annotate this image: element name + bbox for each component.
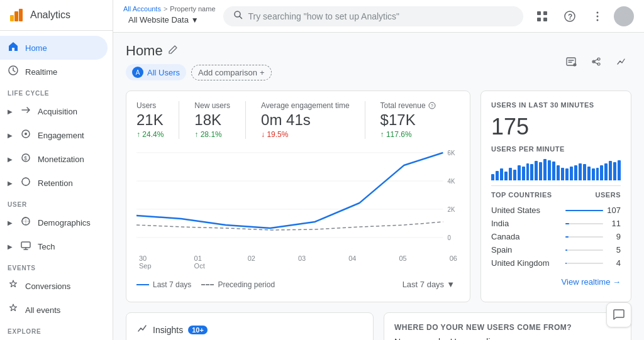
view-realtime-button[interactable]: View realtime → bbox=[491, 277, 621, 287]
chevron-down-icon: ▼ bbox=[191, 16, 199, 25]
expand-icon: ▶ bbox=[8, 219, 13, 226]
svg-point-6 bbox=[25, 133, 27, 135]
realtime-title: USERS IN LAST 30 MINUTES bbox=[491, 101, 621, 109]
account-selector[interactable]: All Website Data ▼ bbox=[123, 13, 216, 27]
svg-text:0: 0 bbox=[448, 234, 452, 241]
chip-avatar: A bbox=[132, 67, 143, 78]
sidebar-item-tech[interactable]: ▶ Tech bbox=[0, 234, 108, 258]
rt-country-row: United Kingdom 4 bbox=[491, 256, 621, 270]
sidebar-item-engagement[interactable]: ▶ Engagement bbox=[0, 123, 108, 147]
rt-bar bbox=[504, 172, 508, 180]
rt-country-bar bbox=[565, 263, 567, 264]
breadcrumb-property: Property name bbox=[170, 5, 215, 13]
sidebar-item-home-label: Home bbox=[25, 43, 47, 53]
rt-bar bbox=[530, 164, 533, 180]
x-label-5: 05 bbox=[399, 255, 406, 270]
rt-bar bbox=[543, 159, 547, 180]
share-button[interactable] bbox=[586, 52, 606, 72]
apps-button[interactable] bbox=[531, 5, 553, 28]
rt-bar bbox=[579, 163, 582, 180]
new-users-selector-label: New users by User medium bbox=[394, 337, 502, 340]
new-users-selector[interactable]: New users by User medium ▼ bbox=[394, 337, 621, 340]
rt-bar bbox=[583, 164, 586, 180]
rt-bar bbox=[557, 165, 560, 180]
rt-country-row: Canada 9 bbox=[491, 230, 621, 243]
rt-bar bbox=[539, 162, 542, 180]
all-users-chip[interactable]: A All Users bbox=[126, 64, 186, 80]
breadcrumb-all-accounts[interactable]: All Accounts bbox=[123, 5, 161, 13]
main-chart-card: Users 21K ↑ 24.4% New users 18K ↑ 28.1% … bbox=[126, 90, 470, 302]
all-events-icon bbox=[8, 303, 19, 317]
sidebar-item-conversions[interactable]: Conversions bbox=[0, 274, 108, 298]
metric-new-users-value: 18K bbox=[194, 111, 230, 129]
metric-new-users: New users 18K ↑ 28.1% bbox=[194, 101, 230, 139]
sidebar-nav: Home Realtime LIFE CYCLE ▶ Acquisition ▶… bbox=[0, 31, 113, 340]
demographics-icon bbox=[20, 216, 31, 229]
sidebar-item-home[interactable]: Home bbox=[0, 36, 108, 60]
svg-rect-3 bbox=[19, 9, 23, 21]
metric-users-change: ↑ 24.4% bbox=[136, 130, 164, 139]
date-range-chevron: ▼ bbox=[447, 280, 455, 289]
monetization-icon: $ bbox=[20, 152, 31, 166]
date-range-button[interactable]: Last 7 days ▼ bbox=[397, 277, 460, 292]
page-title-row: Home bbox=[126, 43, 272, 59]
add-comparison-button[interactable]: Add comparison + bbox=[191, 65, 272, 80]
svg-point-23 bbox=[597, 11, 599, 13]
sidebar-item-realtime[interactable]: Realtime bbox=[0, 60, 108, 84]
rt-bar bbox=[565, 168, 569, 180]
help-button[interactable]: ? bbox=[558, 5, 581, 28]
svg-point-24 bbox=[597, 15, 599, 17]
metric-separator bbox=[365, 101, 365, 139]
page-header: Home A All Users Add comparison + bbox=[126, 43, 631, 80]
svg-rect-20 bbox=[543, 18, 547, 21]
sidebar-item-retention[interactable]: ▶ Retention bbox=[0, 171, 108, 195]
sidebar-item-all-events[interactable]: All events bbox=[0, 298, 108, 322]
chat-button[interactable] bbox=[606, 302, 631, 327]
rt-country-count: 11 bbox=[606, 219, 621, 228]
more-button[interactable] bbox=[586, 5, 609, 28]
rt-country-name: United States bbox=[491, 206, 563, 215]
events-section-label: EVENTS bbox=[0, 258, 113, 274]
rt-bar bbox=[561, 168, 564, 180]
sidebar-item-acquisition[interactable]: ▶ Acquisition bbox=[0, 99, 108, 123]
sidebar-item-analysis[interactable]: Analysis bbox=[0, 337, 108, 340]
customize-report-button[interactable] bbox=[561, 52, 581, 72]
svg-text:6K: 6K bbox=[448, 149, 455, 156]
rt-country-bar-wrap bbox=[565, 223, 603, 224]
metric-users: Users 21K ↑ 24.4% bbox=[136, 101, 164, 139]
svg-text:?: ? bbox=[568, 13, 572, 21]
explore-section-label: EXPLORE bbox=[0, 322, 113, 337]
rt-bar bbox=[496, 171, 499, 180]
rt-bar bbox=[513, 170, 516, 180]
expand-icon: ▶ bbox=[8, 108, 13, 115]
search-bar[interactable]: Try searching "how to set up Analytics" bbox=[223, 6, 523, 26]
rt-country-count: 9 bbox=[606, 232, 621, 241]
sidebar-item-retention-label: Retention bbox=[38, 178, 73, 188]
rt-bar bbox=[509, 168, 512, 180]
date-range-label: Last 7 days bbox=[402, 280, 445, 289]
all-users-label: All Users bbox=[147, 68, 180, 77]
sidebar-item-tech-label: Tech bbox=[38, 242, 55, 251]
bottom-row: Insights 10+ WHERE DO YOUR NEW USERS COM… bbox=[126, 312, 631, 340]
insights-button[interactable] bbox=[611, 52, 631, 72]
rt-bar bbox=[596, 168, 599, 180]
user-avatar[interactable] bbox=[614, 6, 634, 26]
rt-country-name: Spain bbox=[491, 245, 563, 255]
page-content: Home A All Users Add comparison + bbox=[113, 33, 644, 340]
legend-dashed-label: Preceding period bbox=[218, 280, 275, 289]
metric-separator bbox=[179, 101, 179, 139]
sidebar-item-demographics[interactable]: ▶ Demographics bbox=[0, 211, 108, 234]
svg-rect-17 bbox=[537, 11, 541, 15]
sidebar-title: Analytics bbox=[30, 9, 70, 21]
sidebar: Analytics Home Realtime LIFE CYCLE ▶ Acq… bbox=[0, 0, 113, 340]
rt-country-bar-wrap bbox=[565, 250, 603, 251]
users-label: USERS bbox=[596, 191, 621, 199]
rt-country-row: United States 107 bbox=[491, 204, 621, 217]
new-users-header: WHERE DO YOUR NEW USERS COME FROM? bbox=[394, 323, 621, 332]
sidebar-item-monetization[interactable]: ▶ $ Monetization bbox=[0, 147, 108, 171]
svg-rect-19 bbox=[537, 18, 541, 21]
x-label-0: 30Sep bbox=[139, 255, 152, 270]
edit-icon[interactable] bbox=[168, 45, 178, 57]
rt-country-bar-wrap bbox=[565, 236, 603, 238]
expand-icon: ▶ bbox=[8, 132, 13, 139]
